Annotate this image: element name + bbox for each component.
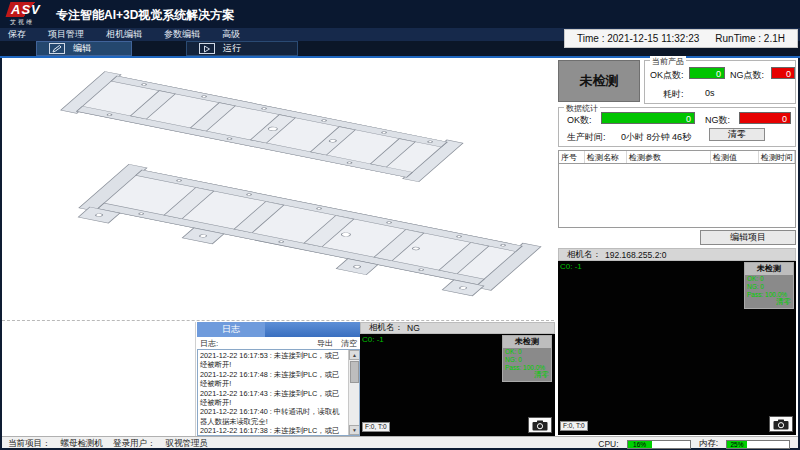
camera1-header: 相机名： 192.168.255.2:0: [558, 248, 796, 261]
ng-count-value: 0: [739, 112, 791, 124]
memory-label: 内存:: [699, 438, 718, 450]
time-status: Time : 2021-12-15 11:32:23 RunTime : 2.1…: [564, 29, 798, 48]
login-user-label: 登录用户：: [113, 438, 156, 450]
ok-points-value: 0: [689, 67, 725, 79]
log-entry: 2021-12-22 16:17:38 : 未连接到PLC，或已经被断开!: [200, 426, 346, 436]
camera1-overlay-title: 未检测: [745, 263, 793, 275]
camera2-overlay-ok: OK: 0: [503, 348, 551, 356]
elapsed-value: 0s: [705, 88, 715, 98]
log-export-link[interactable]: 导出: [317, 338, 333, 349]
camera2-view[interactable]: C0: -1 未检测 OK: 0 NG: 0 Pass: 100.0% 清零 F…: [360, 334, 555, 436]
clear-stats-button[interactable]: 清零: [709, 128, 765, 141]
detection-table-header: 序号 检测名称 检测参数 检测值 检测时间: [559, 151, 795, 164]
col-index: 序号: [559, 151, 585, 163]
camera1-view[interactable]: C0: -1 未检测 OK: 0 NG: 0 Pass: 100.0% 清零 F…: [558, 261, 796, 435]
log-list[interactable]: 2021-12-22 16:17:53 : 未连接到PLC，或已经被断开! 20…: [197, 349, 360, 436]
log-entry: 2021-12-22 16:17:48 : 未连接到PLC，或已经被断开!: [200, 370, 346, 389]
app-window: ASV 艾视维 专注智能AI+3D视觉系统解决方案 保存 项目管理 相机编辑 参…: [0, 0, 800, 450]
log-tab[interactable]: 日志: [197, 322, 265, 337]
camera2-overlay-title: 未检测: [503, 336, 551, 348]
brand-logo: ASV 艾视维: [8, 2, 48, 26]
run-mode-tab[interactable]: 运行: [186, 41, 298, 56]
col-value: 检测值: [711, 151, 759, 163]
menu-camera-edit[interactable]: 相机编辑: [106, 28, 142, 41]
log-panel: 日志 日志: 导出 清空 2021-12-22 16:17:53 : 未连接到P…: [197, 322, 360, 436]
camera2-panel: 相机名： NG C0: -1 未检测 OK: 0 NG: 0 Pass: 100…: [360, 322, 555, 436]
camera1-name-label: 相机名：: [567, 249, 601, 261]
log-tabbar: 日志: [197, 322, 360, 337]
edit-tab-label: 编辑: [73, 42, 91, 55]
edit-project-button[interactable]: 编辑项目: [700, 230, 796, 245]
scroll-up-icon[interactable]: ▲: [349, 350, 360, 360]
3d-model-viewport[interactable]: [2, 58, 554, 321]
col-parameter: 检测参数: [627, 151, 711, 163]
camera2-corner-text: C0: -1: [362, 335, 384, 344]
camera1-overlay-clear[interactable]: 清零: [776, 297, 791, 307]
current-product-title: 当前产品: [650, 56, 686, 67]
elapsed-label: 耗时:: [663, 88, 684, 101]
statusbar: 当前项目： 螺母检测机 登录用户： 驭视管理员 CPU: 16% 内存: 25%: [2, 436, 798, 448]
camera1-overlay-ok: OK: 0: [745, 275, 793, 283]
camera2-overlay-ng: NG: 0: [503, 356, 551, 364]
camera2-snapshot-button[interactable]: [528, 417, 552, 433]
cpu-label: CPU:: [598, 439, 618, 449]
chassis-frame-drawing: [2, 58, 554, 321]
edit-mode-tab[interactable]: 编辑: [36, 41, 132, 56]
col-time: 检测时间: [759, 151, 795, 163]
camera-icon: [773, 419, 789, 430]
ng-points-label: NG点数:: [730, 69, 764, 82]
camera-icon: [532, 420, 548, 431]
menu-project-manage[interactable]: 项目管理: [48, 28, 84, 41]
memory-meter-value: 25%: [727, 441, 747, 448]
menu-save[interactable]: 保存: [8, 28, 26, 41]
camera1-corner-text: C0: -1: [560, 262, 582, 271]
ok-count-label: OK数:: [567, 114, 592, 127]
play-icon: [199, 43, 215, 54]
current-project-label: 当前项目：: [8, 438, 51, 450]
production-time-label: 生产时间:: [567, 131, 606, 144]
scroll-down-icon[interactable]: ▼: [349, 425, 360, 435]
empty-panel: [2, 322, 196, 436]
camera2-name-label: 相机名：: [369, 322, 403, 334]
camera1-snapshot-button[interactable]: [769, 416, 793, 432]
current-product-group: 当前产品 OK点数: 0 NG点数: 0 耗时: 0s: [644, 60, 796, 104]
camera2-name-value: NG: [407, 323, 420, 333]
menu-advanced[interactable]: 高级: [222, 28, 240, 41]
ng-count-label: NG数:: [705, 114, 730, 127]
ng-points-value: 0: [771, 67, 795, 79]
statistics-group: 数据统计 OK数: 0 NG数: 0 生产时间: 0小时 8分钟 46秒 清零: [558, 107, 796, 147]
titlebar: ASV 艾视维 专注智能AI+3D视觉系统解决方案: [0, 0, 800, 28]
system-time: Time : 2021-12-15 11:32:23: [577, 33, 699, 44]
col-name: 检测名称: [585, 151, 627, 163]
log-scrollbar[interactable]: ▲ ▼: [348, 350, 359, 435]
detection-table: 序号 检测名称 检测参数 检测值 检测时间: [558, 150, 796, 228]
camera2-frame-badge: F:0, T:0: [362, 422, 390, 432]
camera2-overlay-clear[interactable]: 清零: [534, 370, 549, 380]
camera1-frame-badge: F:0, T:0: [560, 421, 588, 431]
camera1-result-overlay: 未检测 OK: 0 NG: 0 Pass: 100.0% 清零: [744, 262, 794, 309]
log-label: 日志:: [200, 338, 218, 349]
log-subrow: 日志: 导出 清空: [197, 337, 360, 349]
runtime: RunTime : 2.1H: [715, 33, 785, 44]
scrollbar-thumb[interactable]: [350, 361, 359, 383]
camera1-name-value: 192.168.255.2:0: [605, 250, 666, 260]
run-tab-label: 运行: [223, 42, 241, 55]
log-entry: 2021-12-22 16:17:53 : 未连接到PLC，或已经被断开!: [200, 351, 346, 370]
statistics-title: 数据统计: [564, 103, 600, 114]
current-project-value: 螺母检测机: [61, 438, 104, 450]
log-entry: 2021-12-22 16:17:43 : 未连接到PLC，或已经被断开!: [200, 389, 346, 408]
app-slogan: 专注智能AI+3D视觉系统解决方案: [56, 7, 234, 24]
ok-points-label: OK点数:: [650, 69, 684, 82]
logo-text: ASV: [11, 2, 41, 17]
log-clear-link[interactable]: 清空: [341, 338, 357, 349]
pencil-icon: [49, 43, 65, 54]
camera2-header: 相机名： NG: [360, 322, 555, 334]
ok-count-value: 0: [601, 112, 695, 124]
production-time-value: 0小时 8分钟 46秒: [621, 131, 691, 144]
camera2-result-overlay: 未检测 OK: 0 NG: 0 Pass: 100.0% 清零: [502, 335, 552, 382]
current-result-indicator: 未检测: [558, 60, 640, 102]
log-entry: 2021-12-22 16:17:40 : 中转通讯时，读取机器人数据未读取完全…: [200, 407, 346, 426]
cpu-meter: 16%: [627, 440, 691, 449]
camera1-overlay-ng: NG: 0: [745, 283, 793, 291]
menu-parameter-edit[interactable]: 参数编辑: [164, 28, 200, 41]
